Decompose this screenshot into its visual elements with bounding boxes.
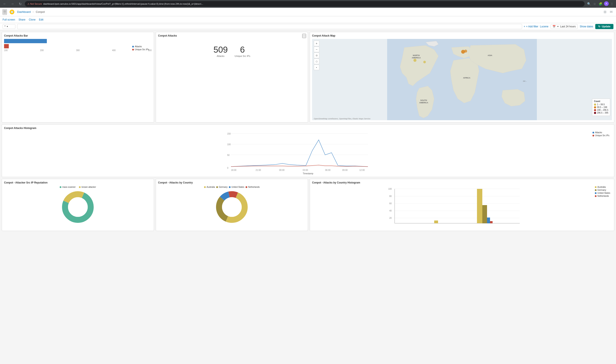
clone-link[interactable]: Clone [29, 18, 36, 21]
address-bar[interactable]: ⚠ Not Secure dashboard.tpot.camulos.io:5… [25, 1, 585, 7]
index-value: * [4, 25, 6, 28]
calendar-icon: 📅 [552, 25, 556, 28]
map-legend-range2: 99.5 – 198 [594, 106, 608, 108]
panel-menu-button[interactable]: ⋯ [302, 34, 306, 38]
rectangle-tool-button[interactable]: ▪ [314, 65, 319, 70]
draw-tool-button[interactable]: ⬠ [314, 59, 319, 64]
histogram-attacks-dot [592, 132, 594, 133]
reload-button[interactable]: ↻ [17, 1, 23, 7]
unique-label: Unique Src IPs [235, 55, 250, 57]
legend-unique-src: Unique Src IPs [132, 48, 149, 51]
add-filter-button[interactable]: + + Add filter [524, 25, 538, 28]
svg-text:ASIA: ASIA [488, 54, 492, 56]
svg-text:150: 150 [227, 133, 231, 135]
mail-button[interactable]: ✉ [609, 9, 614, 15]
attacks-count: 509 [213, 45, 228, 54]
display-settings-button[interactable]: ⊞ [603, 9, 607, 15]
plus-icon: + [524, 25, 525, 28]
chevron-down-icon2: ▼ [557, 26, 559, 27]
ip-reputation-panel: Conpot - Attacker Src IP Reputation mass… [2, 179, 154, 231]
bar-red-country [490, 221, 493, 223]
reset-zoom-button[interactable]: ⊙ [314, 52, 319, 58]
zoom-in-button[interactable]: + [314, 41, 319, 46]
breadcrumb-dashboard[interactable]: Dashboard [17, 10, 31, 13]
known-attacker-dot [79, 186, 81, 188]
update-button[interactable]: ↻ Update [595, 24, 614, 29]
svg-text:40: 40 [389, 209, 392, 212]
svg-text:50: 50 [227, 154, 230, 156]
svg-text:AMERICA: AMERICA [419, 102, 428, 104]
toolbar: Full screen Share Clone Edit [0, 16, 616, 23]
australia-dot [204, 186, 206, 188]
bar-gold-small2 [434, 221, 438, 223]
refresh-icon: ↻ [598, 25, 600, 28]
histogram-legend-unique: Unique Src IPs [592, 134, 609, 137]
histogram-panel: Conpot Attacks Histogram Attacks Unique … [2, 124, 614, 177]
share-link[interactable]: Share [19, 18, 26, 21]
country-legend: Australia Germany United States Netherla… [158, 186, 306, 188]
ch-germany-dot [595, 189, 597, 191]
bar-axis: 100 200 300 400 500 [4, 49, 152, 52]
browser-menu-button[interactable]: ⋮ [610, 1, 614, 6]
lucene-button[interactable]: Lucene [540, 25, 548, 28]
search-filter-row: * ▼ + + Add filter Lucene 📅 ▼ Last 24 ho… [0, 23, 616, 30]
not-secure-indicator: ⚠ Not Secure [27, 2, 42, 5]
attacks-line [231, 140, 368, 167]
chevron-down-icon: ▼ [6, 26, 8, 27]
browser-account-button[interactable]: A [604, 1, 609, 6]
australia-legend: Australia [204, 186, 215, 188]
attacks-stats-title: Conpot Attacks [158, 34, 306, 37]
legend-attacks: Attacks [132, 45, 149, 48]
ip-donut-svg [61, 190, 95, 224]
mass-scanner-dot [60, 186, 61, 188]
histogram-chart: 150 100 50 0 18:00 21:00 0 [4, 131, 612, 174]
app-bar: ☰ Dashboard > Conpot ⊞ ✉ [0, 8, 616, 16]
attacks-bar-panel: Conpot Attacks Bar Attacks Unique Src IP… [2, 32, 154, 123]
breadcrumb-page: Conpot [36, 10, 45, 13]
germany-legend: Germany [216, 186, 228, 188]
forward-button[interactable]: → [9, 1, 15, 7]
map-legend-range1: 1 – 99.5 [594, 103, 608, 106]
country-donut-center [222, 197, 242, 217]
ch-us-legend: United States [595, 192, 610, 194]
bar-blue-country [487, 218, 490, 223]
zoom-out-button[interactable]: − [314, 47, 319, 52]
map-controls: + − ⊙ ⬠ ▪ [314, 41, 319, 70]
row1: Conpot Attacks Bar Attacks Unique Src IP… [2, 32, 614, 123]
map-legend-title: Count [594, 100, 608, 103]
index-selector[interactable]: * ▼ [2, 24, 15, 29]
country-histogram-panel: Conpot - Attacks by Country Histogram Au… [310, 179, 614, 231]
attacks-count-block: 509 Attacks [213, 45, 228, 57]
map-legend-range3: 198 – 296.5 [594, 109, 608, 111]
search-input[interactable] [17, 24, 522, 29]
svg-text:20: 20 [389, 217, 392, 219]
edit-link[interactable]: Edit [39, 18, 43, 21]
browser-extension-button[interactable]: 🧩 [598, 1, 603, 6]
svg-text:100: 100 [227, 143, 231, 146]
svg-text:AMERICA: AMERICA [412, 57, 421, 59]
legend-dot-range3 [594, 109, 596, 111]
bar-chart-area: 100 200 300 400 500 [4, 39, 152, 52]
browser-actions: 🔍 ☆ 🧩 A ⋮ [586, 1, 614, 6]
browser-bookmark-button[interactable]: ☆ [592, 1, 597, 6]
back-button[interactable]: ← [2, 1, 8, 7]
attack-map-panel: Conpot Attack Map [310, 32, 614, 123]
app-bar-actions: ⊞ ✉ [603, 9, 614, 15]
bar-darkgold [482, 205, 487, 223]
time-picker[interactable]: 📅 ▼ Last 24 hours [550, 24, 578, 29]
hamburger-menu-button[interactable]: ☰ [2, 9, 7, 15]
map-attribution: OpenStreetMap contributors, OpenMapTiles… [314, 118, 370, 120]
svg-text:AFRICA: AFRICA [463, 77, 470, 79]
fullscreen-link[interactable]: Full screen [2, 18, 15, 21]
browser-search-button[interactable]: 🔍 [586, 1, 592, 6]
country-histogram-legend: Australia Germany United States Netherla… [595, 186, 610, 197]
show-dates-button[interactable]: Show dates [580, 25, 593, 28]
netherlands-dot [246, 186, 247, 188]
netherlands-legend: Netherlands [246, 186, 260, 188]
world-map-svg: NORTH AMERICA SOUTH AMERICA ASIA AFRICA … [312, 39, 612, 120]
histogram-legend: Attacks Unique Src IPs [592, 131, 609, 137]
bar-unique [4, 44, 9, 48]
svg-text:12:00: 12:00 [359, 169, 365, 171]
map-legend-range4: 296.5 – 395 [594, 112, 608, 114]
attacks-bar-legend: Attacks Unique Src IPs [132, 45, 149, 51]
